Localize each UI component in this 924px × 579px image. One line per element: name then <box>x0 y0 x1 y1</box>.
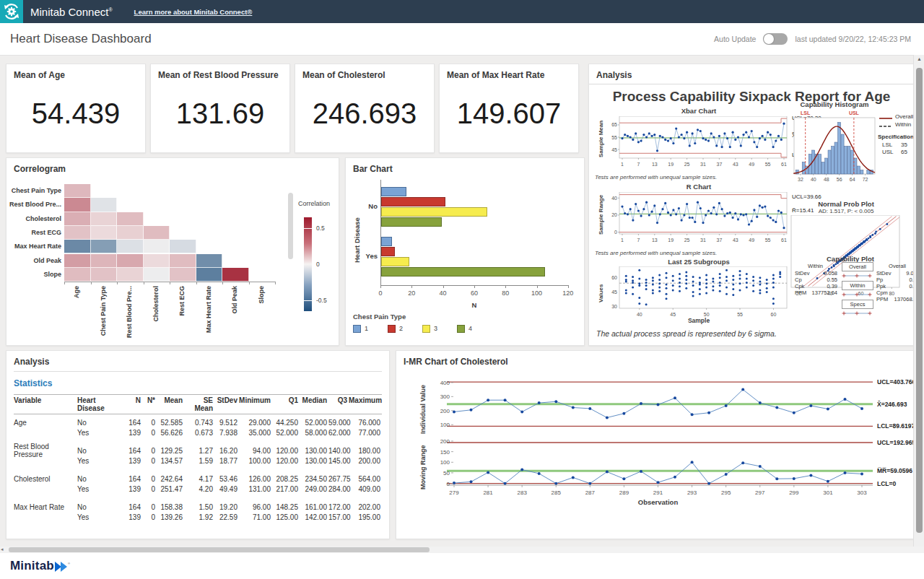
heatmap-cell[interactable] <box>144 226 170 240</box>
heatmap-row-label: Old Peak <box>8 257 61 264</box>
heatmap-cell[interactable] <box>144 240 170 253</box>
imr-chart-svg: 4003002001002001501005002792812832852872… <box>396 371 874 500</box>
table-cell: 0 <box>142 485 157 493</box>
minitab-connect-dashboard: Minitab Connect® Learn more about Minita… <box>0 0 924 579</box>
table-cell: 130.00 <box>300 457 328 465</box>
x-tick-label: 80 <box>498 290 513 297</box>
svg-text:1: 1 <box>621 162 624 167</box>
control-limit-label: UCL=403.766 <box>877 378 915 386</box>
heatmap-cell[interactable] <box>144 254 170 268</box>
correlogram-body: Chest Pain TypeRest Blood Pre...Choleste… <box>6 158 339 345</box>
bar[interactable] <box>381 197 445 206</box>
capability-histogram: LSLUSL324048566472 <box>791 109 878 184</box>
panel-title: Bar Chart <box>353 164 393 174</box>
vertical-scrollbar-thumb[interactable] <box>916 68 923 533</box>
y-axis-label: Values <box>598 284 604 302</box>
scroll-left-arrow[interactable]: ◂ <box>1 547 4 552</box>
table-cell: 71.00 <box>239 513 272 521</box>
heatmap-cell[interactable] <box>64 268 91 282</box>
heatmap-cell[interactable] <box>196 268 223 282</box>
table-cell: 1.92 <box>184 513 214 521</box>
svg-text:281: 281 <box>483 489 493 496</box>
legend-tick-label: 0 <box>316 261 320 268</box>
heatmap-cell[interactable] <box>91 268 118 282</box>
table-cell: Yes <box>77 485 125 493</box>
table-row: Yes1390139.261.9222.5971.00125.00142.001… <box>14 512 382 522</box>
vertical-scrollbar[interactable]: ▲ <box>913 55 924 547</box>
svg-text:55: 55 <box>765 162 771 167</box>
bar[interactable] <box>381 267 545 277</box>
heatmap-cell[interactable] <box>170 268 196 282</box>
learn-more-link[interactable]: Learn more about Minitab Connect® <box>134 8 253 16</box>
heatmap-cell[interactable] <box>64 212 91 226</box>
stat-name: Ppk <box>876 283 886 290</box>
bar[interactable] <box>381 217 442 227</box>
axis-tick <box>196 282 197 284</box>
svg-text:291: 291 <box>653 489 663 496</box>
heatmap-cell[interactable] <box>91 198 118 212</box>
heatmap-cell[interactable] <box>117 240 144 253</box>
heatmap-cell[interactable] <box>91 226 118 240</box>
heatmap-cell[interactable] <box>170 240 196 253</box>
heatmap-cell[interactable] <box>64 198 91 212</box>
svg-text:303: 303 <box>857 489 867 496</box>
table-cell: 234.50 <box>300 475 328 483</box>
table-cell: No <box>77 475 125 483</box>
table-cell: 22.59 <box>214 513 239 521</box>
chart-title: Normal Prob Plot <box>790 200 902 208</box>
table-header-cell: N* <box>142 396 157 412</box>
table-cell: 53.46 <box>214 475 239 483</box>
svg-text:287: 287 <box>585 489 596 496</box>
heatmap-cell[interactable] <box>64 254 91 268</box>
heatmap-cell[interactable] <box>117 226 144 240</box>
kpi-card-mean-cholesterol: Mean of Cholesterol 246.693 <box>295 64 435 153</box>
bar-chart-body: Heart DiseaseNoYes020406080100120NChest … <box>346 158 584 345</box>
bar[interactable] <box>381 237 392 246</box>
svg-text:1: 1 <box>621 238 624 243</box>
heatmap-cell[interactable] <box>170 254 196 268</box>
heatmap-cell[interactable] <box>117 254 144 268</box>
heatmap-cell[interactable] <box>117 268 144 282</box>
table-cell: 164 <box>125 447 142 455</box>
svg-text:40: 40 <box>611 196 617 201</box>
heatmap-cell[interactable] <box>222 268 249 282</box>
x-tick <box>537 285 538 288</box>
heatmap-cell[interactable] <box>91 240 118 253</box>
heatmap-cell[interactable] <box>144 268 170 282</box>
table-cell: 564.00 <box>349 475 382 483</box>
table-cell: 125.00 <box>272 513 300 521</box>
table-cell: 249.00 <box>300 485 328 493</box>
bar[interactable] <box>381 247 395 256</box>
bar[interactable] <box>381 257 409 266</box>
horizontal-scrollbar-thumb[interactable] <box>9 547 430 552</box>
heatmap-cell[interactable] <box>64 226 91 240</box>
svg-text:7: 7 <box>637 162 640 167</box>
minitab-connect-logo[interactable] <box>0 0 23 23</box>
table-cell: 242.64 <box>157 475 184 483</box>
bar[interactable] <box>381 207 487 217</box>
heatmap-col-label: Age <box>73 286 80 342</box>
scroll-up-arrow[interactable]: ▲ <box>917 56 922 61</box>
bar[interactable] <box>381 187 406 196</box>
heatmap-cell[interactable] <box>117 212 144 226</box>
heatmap-cell[interactable] <box>91 254 118 268</box>
heatmap-cell[interactable] <box>64 240 91 253</box>
scale-notch <box>304 300 312 301</box>
svg-text:USL: USL <box>849 110 860 116</box>
panel-scrollbar-thumb[interactable] <box>288 193 293 259</box>
svg-text:50: 50 <box>443 470 450 476</box>
table-header-cell: Maximum <box>349 396 382 412</box>
chart-title: Last 25 Subgroups <box>608 258 790 266</box>
horizontal-scrollbar[interactable]: ◂ <box>0 547 924 553</box>
heatmap-cell[interactable] <box>91 212 118 226</box>
heatmap-cell[interactable] <box>196 254 223 268</box>
table-header-cell: Median <box>300 396 328 412</box>
axis-tick <box>275 282 276 284</box>
table-cell: 139 <box>125 457 142 465</box>
panel-title: I-MR Chart of Cholesterol <box>404 357 508 367</box>
svg-text:300: 300 <box>440 393 450 400</box>
svg-text:150: 150 <box>440 449 450 456</box>
auto-update-toggle[interactable] <box>763 33 788 45</box>
heatmap-cell[interactable] <box>64 184 91 198</box>
heatmap-col-label: Rest ECG <box>178 286 186 342</box>
